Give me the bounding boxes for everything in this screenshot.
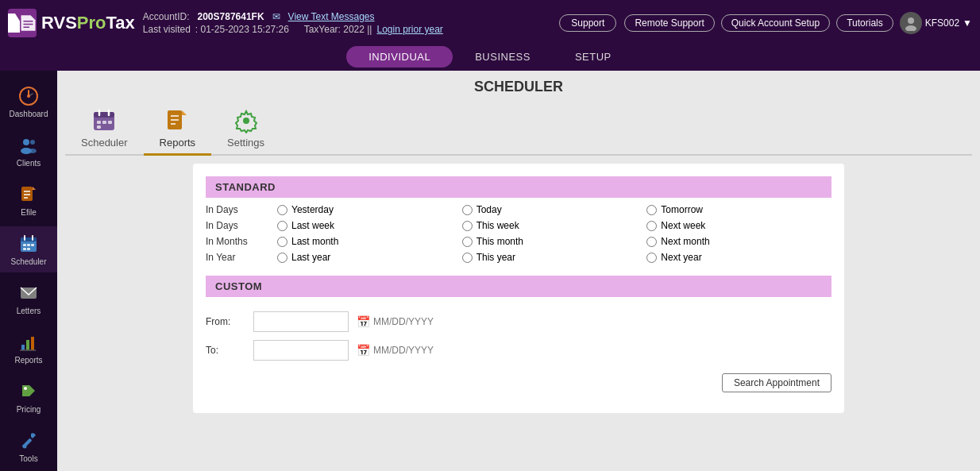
nav-tab-setup[interactable]: SETUP <box>553 46 634 68</box>
search-appointment-button[interactable]: Search Appointment <box>722 373 831 392</box>
radio-this-month[interactable]: This month <box>462 236 647 247</box>
login-prior-year-link[interactable]: Login prior year <box>376 24 442 35</box>
svg-rect-22 <box>27 244 30 246</box>
sidebar-item-pricing-label: Pricing <box>17 405 41 414</box>
sidebar-item-tools-label: Tools <box>19 454 37 463</box>
tab-settings[interactable]: Settings <box>211 103 280 156</box>
next-month-label[interactable]: Next month <box>661 236 709 247</box>
tab-scheduler-icon <box>91 108 117 133</box>
tab-scheduler[interactable]: Scheduler <box>65 103 144 156</box>
svg-rect-12 <box>21 187 33 201</box>
radio-last-year[interactable]: Last year <box>277 252 462 263</box>
radio-next-year[interactable]: Next year <box>646 252 831 263</box>
sidebar-item-clients-label: Clients <box>17 159 41 168</box>
sidebar: Dashboard Clients <box>0 71 57 471</box>
tomorrow-label[interactable]: Tomorrow <box>661 204 703 215</box>
standard-section-header: STANDARD <box>206 176 831 198</box>
row-label-year: In Year <box>206 252 277 263</box>
this-month-label[interactable]: This month <box>476 236 523 247</box>
page-title: SCHEDULER <box>65 79 972 95</box>
svg-rect-29 <box>31 337 34 350</box>
main-card: STANDARD In Days Yesterday Today Tomorro… <box>193 164 844 413</box>
view-text-messages-link[interactable]: View Text Messages <box>288 11 375 22</box>
svg-point-47 <box>243 118 249 124</box>
custom-section-header: CUSTOM <box>206 276 831 297</box>
sidebar-item-efile[interactable]: Efile <box>0 177 57 223</box>
radio-last-month[interactable]: Last month <box>277 236 462 247</box>
svg-rect-18 <box>21 237 37 241</box>
quick-account-setup-button[interactable]: Quick Account Setup <box>721 14 830 32</box>
tab-reports-icon <box>164 108 190 133</box>
this-year-label[interactable]: This year <box>476 252 515 263</box>
remote-support-button[interactable]: Remote Support <box>624 14 714 32</box>
tutorials-button[interactable]: Tutorials <box>836 14 893 32</box>
user-name: KFS002 <box>925 17 959 29</box>
user-avatar <box>900 12 922 34</box>
yesterday-label[interactable]: Yesterday <box>291 204 334 215</box>
radio-this-week[interactable]: This week <box>462 220 647 231</box>
svg-rect-23 <box>31 244 34 246</box>
radio-next-month[interactable]: Next month <box>646 236 831 247</box>
radio-today[interactable]: Today <box>462 204 647 215</box>
from-date-wrapper: 📅 MM/DD/YYYY <box>357 315 434 328</box>
last-visited-label: Last visited <box>143 24 191 35</box>
radio-yesterday[interactable]: Yesterday <box>277 204 462 215</box>
radio-tomorrow[interactable]: Tomorrow <box>646 204 831 215</box>
svg-point-9 <box>30 140 35 145</box>
radio-this-year[interactable]: This year <box>462 252 647 263</box>
svg-rect-21 <box>23 244 26 246</box>
sidebar-item-pricing[interactable]: Pricing <box>0 374 57 420</box>
from-date-placeholder: MM/DD/YYYY <box>373 316 434 327</box>
user-dropdown-icon[interactable]: ▼ <box>963 17 972 29</box>
next-week-label[interactable]: Next week <box>661 220 705 231</box>
from-input[interactable] <box>253 311 349 332</box>
tools-icon <box>17 430 40 452</box>
dashboard-icon <box>17 85 40 107</box>
to-calendar-icon[interactable]: 📅 <box>357 344 370 357</box>
nav-tab-individual[interactable]: INDIVIDUAL <box>346 46 453 68</box>
account-id-label: AccountID: <box>143 11 190 22</box>
sidebar-item-efile-label: Efile <box>21 208 36 217</box>
radio-last-week[interactable]: Last week <box>277 220 462 231</box>
nav-tabs: INDIVIDUAL BUSINESS SETUP <box>0 46 980 71</box>
sidebar-item-letters-label: Letters <box>17 307 41 315</box>
sidebar-item-dashboard[interactable]: Dashboard <box>0 79 57 125</box>
custom-section: CUSTOM From: 📅 MM/DD/YYYY To: <box>206 276 831 400</box>
next-year-label[interactable]: Next year <box>661 252 701 263</box>
sidebar-item-clients[interactable]: Clients <box>0 128 57 174</box>
svg-marker-13 <box>33 187 36 190</box>
svg-rect-39 <box>102 121 106 124</box>
logo-area: RVSProTax <box>8 9 135 37</box>
from-calendar-icon[interactable]: 📅 <box>357 315 370 328</box>
sidebar-item-tools[interactable]: Tools <box>0 423 57 469</box>
svg-rect-35 <box>94 112 114 118</box>
today-label[interactable]: Today <box>476 204 502 215</box>
pricing-icon <box>17 380 40 403</box>
radio-next-week[interactable]: Next week <box>646 220 831 231</box>
sidebar-item-scheduler[interactable]: Scheduler <box>0 226 57 272</box>
svg-point-5 <box>905 25 916 31</box>
this-week-label[interactable]: This week <box>476 220 519 231</box>
logo-icon <box>8 9 37 37</box>
from-label: From: <box>206 316 245 327</box>
svg-rect-28 <box>26 340 29 350</box>
main-layout: Dashboard Clients <box>0 71 980 471</box>
last-month-label[interactable]: Last month <box>291 236 338 247</box>
svg-point-11 <box>29 149 37 153</box>
to-input[interactable] <box>253 340 349 361</box>
sidebar-item-letters[interactable]: Letters <box>0 276 57 322</box>
clients-icon <box>17 134 40 156</box>
account-info: AccountID: 200S787641FK ✉ View Text Mess… <box>143 11 552 35</box>
svg-point-7 <box>27 95 30 98</box>
top-header: RVSProTax AccountID: 200S787641FK ✉ View… <box>0 0 980 46</box>
tab-reports[interactable]: Reports <box>144 103 212 156</box>
last-year-label[interactable]: Last year <box>291 252 330 263</box>
sidebar-item-reports[interactable]: Reports <box>0 325 57 371</box>
support-button[interactable]: Support <box>559 14 616 32</box>
last-week-label[interactable]: Last week <box>291 220 334 231</box>
nav-tab-business[interactable]: BUSINESS <box>453 46 553 68</box>
to-row: To: 📅 MM/DD/YYYY <box>206 340 831 361</box>
svg-point-33 <box>23 445 27 449</box>
svg-point-4 <box>908 17 914 24</box>
standard-grid: In Days Yesterday Today Tomorrow In Days <box>206 204 831 263</box>
